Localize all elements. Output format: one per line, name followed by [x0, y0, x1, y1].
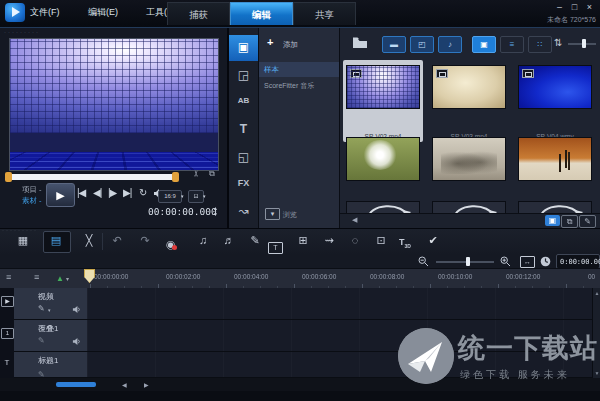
maximize-button[interactable]: □ [568, 2, 581, 13]
mask-creator-icon[interactable]: ◌ [346, 234, 364, 246]
grid-view-button[interactable]: ∷ [528, 36, 552, 53]
mix-tools-icon[interactable]: ╳ [80, 234, 98, 247]
undo-icon[interactable]: ↶ [108, 234, 126, 247]
filter-fx-icon[interactable]: FX [229, 178, 258, 188]
enhance-check-icon[interactable]: ✔ [424, 234, 442, 247]
filter-photo-button[interactable]: ◰ [410, 36, 434, 53]
motion-tracking-icon[interactable]: ⇝ [320, 234, 338, 247]
ripple-edit-icon[interactable]: ✎ [38, 336, 45, 345]
timeline-zoom-slider[interactable] [436, 261, 494, 263]
hscroll-right-icon[interactable]: ▶ [144, 381, 149, 388]
media-item[interactable]: SP-V03.mp4 [429, 60, 509, 142]
title-library-icon[interactable]: T [229, 122, 258, 136]
browse-panel-icon[interactable]: ▾ [265, 208, 280, 220]
play-button[interactable]: ▶ [46, 183, 75, 207]
menu-edit[interactable]: 编辑(E) [88, 6, 118, 19]
tab-share[interactable]: 共享 [293, 2, 356, 25]
track-manager-icon[interactable]: ≡ [6, 272, 10, 282]
zoom-caret-icon[interactable]: ▾ [203, 194, 206, 199]
compare-windows-icon[interactable]: ⧉ [561, 215, 578, 228]
library-panel-icon[interactable]: ▣ [545, 215, 560, 226]
timeline-zoom-slider-thumb[interactable] [466, 257, 470, 266]
track-mute-icon[interactable] [72, 305, 81, 314]
video-track-icon[interactable]: ▶ [1, 296, 14, 307]
subtitle-editor-icon[interactable]: T [268, 236, 283, 254]
motion-path-icon[interactable]: ↝ [229, 204, 258, 218]
overlay-track-icon[interactable]: 1 [1, 328, 14, 339]
multicam-editor-icon[interactable]: ⊡ [372, 234, 390, 247]
category-scorefitter[interactable]: ScoreFitter 音乐 [259, 78, 339, 93]
project-mode-label[interactable]: 项目 - [22, 185, 42, 195]
home-button[interactable]: |◀ [77, 187, 85, 198]
ripple-edit-icon[interactable]: ✎ [38, 304, 45, 313]
track-options-icon[interactable]: ≡ [34, 272, 38, 282]
painting-creator-icon[interactable]: ✎ [246, 234, 264, 247]
browse-label[interactable]: 浏览 [283, 210, 297, 220]
prev-frame-button[interactable]: ◀| [93, 187, 101, 198]
track-header-overlay[interactable]: 覆叠1 ✎ ∗ [14, 320, 87, 352]
scroll-up-icon[interactable]: ▲ [593, 290, 600, 296]
zoom-in-icon[interactable] [500, 256, 511, 267]
tab-edit[interactable]: 编辑 [230, 2, 293, 25]
media-item[interactable]: SP-V04.wmv [515, 60, 595, 142]
timeline-view-icon[interactable]: ▤ [47, 234, 65, 247]
media-item[interactable]: SP-V02.mp4 [343, 60, 423, 142]
timecode-down-icon[interactable]: ▼ [213, 212, 218, 217]
graphics-icon[interactable]: ◱ [229, 150, 258, 164]
timeline-ruler[interactable]: ≡ ≡ ▲ ▾ 00:00:00:00 00:00:02:00 00:00:04… [0, 268, 600, 290]
minimize-button[interactable]: – [553, 2, 566, 13]
enlarge-preview-icon[interactable]: ⧉ [209, 169, 215, 179]
add-folder-icon[interactable]: + [267, 36, 273, 48]
clip-mode-label[interactable]: 素材 - [22, 196, 42, 206]
show-all-button[interactable]: ▣ [472, 36, 496, 53]
trim-end-handle[interactable] [172, 172, 179, 182]
filter-video-button[interactable]: ▬ [382, 36, 406, 53]
instant-project-icon[interactable]: ◲ [229, 68, 258, 82]
zoom-out-icon[interactable] [418, 256, 429, 267]
storyboard-view-icon[interactable]: ▦ [14, 234, 32, 247]
sound-mixer-icon[interactable]: ♫ [194, 234, 212, 246]
sort-icon[interactable]: ⇅ [554, 37, 562, 48]
media-library-icon[interactable]: ▣ [229, 40, 258, 54]
add-folder-label[interactable]: 添加 [283, 40, 298, 50]
scrubber-bar[interactable] [6, 174, 178, 180]
collapse-gallery-icon[interactable]: ◀ [352, 216, 357, 224]
playhead-marker[interactable] [84, 269, 95, 283]
tab-capture[interactable]: 捕获 [167, 2, 230, 25]
fit-project-icon[interactable]: ↔ [520, 256, 535, 268]
filter-music-button[interactable]: ♪ [438, 36, 462, 53]
video-track-lane[interactable] [87, 288, 592, 320]
list-view-button[interactable]: ≡ [500, 36, 524, 53]
auto-music-icon[interactable]: ♬ [220, 234, 238, 246]
preview-timecode[interactable]: 00:00:00.000 [148, 206, 217, 217]
3d-title-icon[interactable]: T3D [399, 237, 411, 249]
hscroll-thumb[interactable] [56, 382, 96, 387]
ripple-caret-icon[interactable]: ▾ [48, 307, 51, 313]
repeat-button[interactable]: ↻ [139, 187, 147, 198]
edit-media-icon[interactable]: ✎ [579, 215, 596, 228]
track-header-video[interactable]: 视频 ✎ ▾ ∗ [14, 288, 87, 320]
zoom-mode-dropdown[interactable]: ⊡ [188, 190, 204, 203]
title-track-icon[interactable]: T [1, 358, 13, 367]
aspect-ratio-dropdown[interactable]: 16:9 [158, 190, 182, 203]
transition-icon[interactable]: AB [229, 96, 258, 105]
aspect-caret-icon[interactable]: ▾ [181, 194, 184, 199]
next-frame-button[interactable]: |▶ [108, 187, 116, 198]
trim-start-handle[interactable] [5, 172, 12, 182]
track-height-icon[interactable]: ▲ [56, 274, 64, 283]
close-button[interactable]: × [583, 2, 596, 13]
import-media-icon[interactable] [352, 36, 368, 49]
split-clip-icon[interactable]: ✂ [192, 170, 201, 177]
grid-lines-icon[interactable]: ⊞ [294, 234, 312, 247]
track-mute-icon[interactable] [72, 337, 81, 346]
track-header-title[interactable]: 标题1 ✎ [14, 352, 87, 378]
category-samples[interactable]: 样本 [259, 62, 339, 77]
record-capture-icon[interactable]: ◉ [166, 238, 176, 250]
track-height-caret-icon[interactable]: ▾ [66, 275, 69, 282]
end-button[interactable]: ▶| [123, 187, 131, 198]
thumb-size-slider-thumb[interactable] [582, 39, 586, 48]
ruler-clock-icon[interactable] [540, 256, 551, 267]
hscroll-left-icon[interactable]: ◀ [122, 381, 127, 388]
menu-file[interactable]: 文件(F) [30, 6, 60, 19]
redo-icon[interactable]: ↷ [136, 234, 154, 247]
